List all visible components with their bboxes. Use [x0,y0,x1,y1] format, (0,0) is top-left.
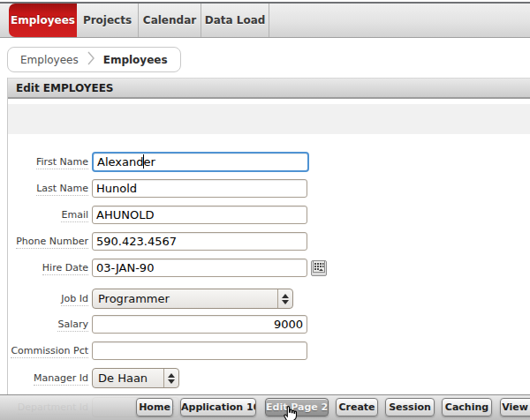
breadcrumb-item-current: Employees [103,54,168,66]
chevron-right-icon [87,49,95,70]
form-row-phone-number: Phone Number [9,231,307,251]
app-window: Employees Projects Calendar Data Load Em… [0,0,530,420]
manager-id-value: De Haan [93,371,163,385]
create-button[interactable]: Create [336,398,378,416]
form-row-commission-pct: Commission Pct [9,341,307,361]
developer-toolbar: Home Application 100 Edit Page 2 Create … [0,394,530,420]
form-row-job-id: Job Id Programmer [9,289,293,309]
form-row-manager-id: Manager Id De Haan [9,368,179,388]
calendar-picker-button[interactable] [311,260,327,276]
email-input[interactable] [92,206,307,224]
hire-date-label: Hire Date [9,262,88,274]
region-header: Edit EMPLOYEES [7,78,530,99]
last-name-label: Last Name [9,183,88,194]
manager-id-label: Manager Id [9,372,88,384]
manager-id-select[interactable]: De Haan [92,368,179,388]
breadcrumb-item-employees[interactable]: Employees [20,54,79,66]
form-row-email: Email [9,205,307,225]
edit-page-2-button[interactable]: Edit Page 2 [265,398,329,416]
region-button-band [8,104,530,134]
text-caret [143,154,144,169]
home-button[interactable]: Home [136,398,173,416]
tab-employees[interactable]: Employees [9,4,77,37]
form-row-first-name: First Name [9,152,309,172]
first-name-input[interactable] [92,152,309,172]
calendar-icon [313,260,325,275]
caching-button[interactable]: Caching [442,398,492,416]
view-debug-button[interactable]: View Debug [500,398,530,416]
up-down-arrows-icon [163,369,178,387]
job-id-label: Job Id [9,293,88,304]
job-id-select[interactable]: Programmer [92,289,293,309]
region-title: Edit EMPLOYEES [16,82,113,94]
phone-number-label: Phone Number [9,236,88,247]
tab-data-load[interactable]: Data Load [201,4,269,37]
salary-label: Salary [9,319,88,330]
commission-pct-input[interactable] [92,341,307,360]
tab-bar: Employees Projects Calendar Data Load [0,2,530,38]
last-name-input[interactable] [92,179,307,198]
form-row-salary: Salary [9,314,307,334]
phone-number-input[interactable] [92,232,307,251]
breadcrumb: Employees Employees [7,47,181,72]
salary-input[interactable] [92,315,307,334]
form-row-hire-date: Hire Date [9,258,327,278]
first-name-label: First Name [9,156,88,168]
up-down-arrows-icon [277,289,292,308]
job-id-value: Programmer [93,292,277,305]
session-button[interactable]: Session [385,398,435,416]
email-label: Email [9,209,88,221]
application-100-button[interactable]: Application 100 [180,398,256,416]
tab-projects[interactable]: Projects [77,4,139,37]
tab-calendar[interactable]: Calendar [139,4,201,37]
hire-date-input[interactable] [92,259,307,277]
region-left-border [7,78,8,394]
form-row-last-name: Last Name [9,178,307,199]
commission-pct-label: Commission Pct [9,345,88,356]
